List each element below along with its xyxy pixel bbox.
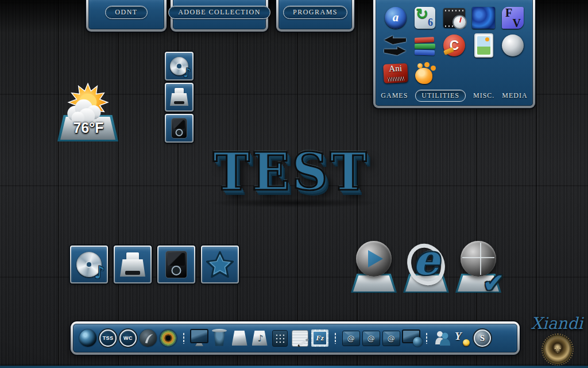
row-media-player-icon[interactable]	[157, 246, 195, 283]
emblem-glyph: ⚜	[553, 344, 562, 355]
test-text: TEST	[213, 141, 369, 202]
gom-player-icon[interactable]	[411, 60, 439, 86]
tab-adobe-collection[interactable]: ADOBE COLLECTION	[168, 6, 270, 19]
tab-odnt[interactable]: ODNT	[105, 6, 147, 19]
filezilla-icon[interactable]: Fz	[311, 327, 329, 349]
launcher-grid: a 6 FV C Ani	[380, 5, 528, 86]
film-strip-icon	[443, 8, 465, 28]
notepad-icon[interactable]	[291, 327, 309, 349]
checkmark-glyph: ✔	[482, 270, 505, 296]
a-sphere-icon[interactable]: a	[382, 5, 409, 31]
signature-text: Xiandi	[527, 314, 587, 333]
fv-glyph-v: V	[513, 17, 521, 30]
stack-media-player-icon[interactable]	[165, 114, 194, 143]
converter6-glyph: 6	[428, 17, 433, 29]
dock: TSS WC ♪ Fz @ @ @	[71, 321, 520, 355]
internet-explorer-icon[interactable]: e	[402, 240, 450, 293]
top-panel-adobe: ADOBE COLLECTION	[171, 0, 268, 32]
mail-icon[interactable]: @	[382, 327, 400, 349]
ie-e-glyph: e	[413, 235, 439, 284]
stopwatch-icon	[452, 15, 467, 29]
printer-art	[120, 259, 145, 277]
skype-icon[interactable]: S	[473, 327, 492, 349]
people-art	[434, 329, 451, 347]
feather-art	[140, 329, 157, 347]
ccleaner-icon[interactable]: C	[440, 32, 468, 59]
converter6-icon[interactable]: 6	[411, 5, 439, 31]
stand-art	[232, 331, 247, 346]
stand-art: ♪	[252, 331, 268, 346]
picture-art	[474, 33, 493, 57]
dock-separator	[425, 332, 428, 344]
tab-programs[interactable]: PROGRAMS	[283, 6, 347, 19]
monitor-icon[interactable]	[190, 327, 208, 349]
tss-label: TSS	[99, 329, 117, 347]
dock-separator	[334, 332, 336, 344]
dock-separator	[183, 332, 185, 344]
star-icon	[206, 251, 234, 278]
desktop-icon-row: ♪	[70, 246, 239, 283]
tss-badge[interactable]: TSS	[99, 327, 117, 349]
music-note-glyph: ♪	[257, 333, 263, 344]
winrar-icon[interactable]	[411, 32, 439, 59]
silver-sphere-icon[interactable]	[499, 32, 527, 59]
music-stand-icon[interactable]: ♪	[250, 327, 269, 349]
row-music-cd-icon[interactable]: ♪	[70, 246, 108, 283]
at-glyph: @	[342, 331, 360, 346]
fv-glyph-f: F	[505, 6, 512, 20]
weather-widget[interactable]: 76°F	[56, 85, 121, 141]
tab-games[interactable]: GAMES	[381, 91, 408, 100]
transfer-arrows-icon[interactable]	[382, 32, 409, 59]
ani-card-icon[interactable]: Ani	[382, 60, 409, 86]
stack-music-cd-icon[interactable]: ♪	[165, 52, 194, 80]
fv-viewer-icon[interactable]: FV	[499, 5, 527, 31]
check-browser-icon[interactable]: ✔	[454, 240, 502, 293]
bottom-edge-strip	[0, 366, 588, 368]
recycle-bin-icon[interactable]	[210, 327, 229, 349]
launcher-tabs: GAMES UTILITIES MISC. MEDIA	[380, 90, 528, 103]
image-viewer-icon[interactable]	[470, 32, 497, 59]
play-sphere-art	[356, 241, 392, 277]
stamp-art: Fz	[311, 329, 328, 347]
wc-badge[interactable]: WC	[119, 327, 137, 349]
printer-art	[170, 93, 188, 106]
converter6-art: 6	[415, 7, 435, 29]
calculator-art	[272, 330, 288, 347]
mail-icon[interactable]: @	[362, 327, 380, 349]
feather-sphere-icon[interactable]	[139, 327, 157, 349]
winrar-books-art	[415, 34, 435, 56]
tab-utilities[interactable]: UTILITIES	[415, 90, 466, 102]
gom-blob-art	[413, 62, 436, 84]
blue-texture-icon[interactable]	[470, 5, 497, 31]
eye-icon[interactable]	[159, 327, 177, 349]
network-monitor-icon[interactable]	[402, 327, 420, 349]
bin-rim-art	[212, 329, 227, 332]
play-triangle-icon	[368, 250, 383, 267]
at-glyph: @	[382, 331, 400, 346]
eye-art	[160, 329, 177, 347]
ipod-art	[171, 118, 187, 139]
book-blue	[415, 49, 435, 55]
globe-icon[interactable]	[79, 327, 97, 349]
stack-printer-icon[interactable]	[165, 83, 194, 112]
fz-label: Fz	[314, 332, 326, 344]
sun-cloud-icon	[59, 83, 117, 124]
calculator-icon[interactable]	[270, 327, 289, 349]
signature-emblem: ⚜	[544, 336, 571, 363]
notepad-art	[292, 330, 308, 347]
wc-label: WC	[119, 329, 137, 347]
music-note-glyph: ♪	[183, 67, 191, 79]
stand-icon[interactable]	[230, 327, 249, 349]
yahoo-messenger-icon[interactable]: Y	[453, 327, 471, 349]
play-media-icon[interactable]	[350, 240, 398, 293]
tab-media[interactable]: MEDIA	[502, 91, 527, 100]
blue-texture-art	[472, 7, 495, 29]
bin-art	[212, 331, 226, 346]
mail-icon[interactable]: @	[342, 327, 360, 349]
tab-misc[interactable]: MISC.	[473, 91, 494, 100]
row-printer-icon[interactable]	[114, 246, 152, 283]
row-star-favorites-icon[interactable]	[201, 246, 239, 283]
video-timer-icon[interactable]	[440, 5, 468, 31]
fv-art: FV	[502, 7, 524, 29]
messenger-people-icon[interactable]	[433, 327, 451, 349]
